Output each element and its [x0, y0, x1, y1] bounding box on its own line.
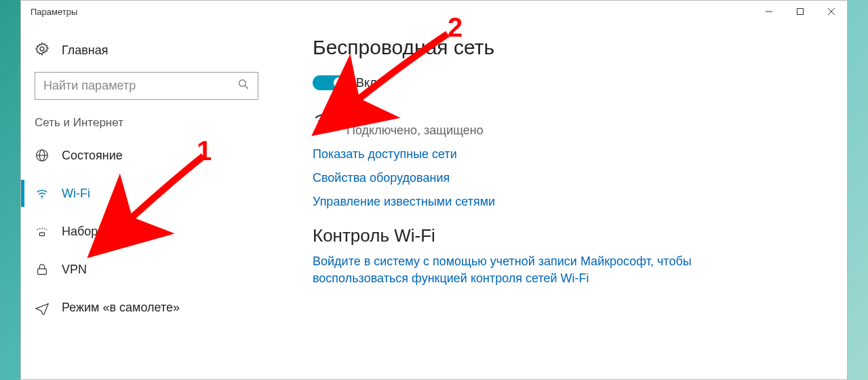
sidebar-item-label: VPN — [62, 263, 87, 277]
network-name: Ku-Ku — [347, 109, 484, 124]
toggle-label: Вкл. — [356, 76, 380, 90]
sidebar-item-status[interactable]: Состояние — [21, 136, 258, 174]
svg-rect-11 — [39, 233, 44, 236]
gear-icon — [35, 41, 50, 60]
search-icon — [237, 78, 250, 94]
link-show-networks[interactable]: Показать доступные сети — [313, 147, 820, 162]
close-button[interactable] — [816, 1, 847, 22]
toggle-knob — [334, 77, 344, 88]
search-placeholder: Найти параметр — [43, 79, 136, 93]
titlebar: Параметры — [21, 1, 847, 22]
minimize-button[interactable] — [753, 1, 785, 22]
sidebar-item-label: Режим «в самолете» — [62, 301, 180, 315]
wifi-icon — [35, 186, 50, 201]
svg-point-13 — [323, 126, 325, 128]
svg-point-10 — [41, 197, 43, 199]
home-button[interactable]: Главная — [35, 36, 258, 72]
section-text-wifi-sense[interactable]: Войдите в систему с помощью учетной запи… — [313, 253, 692, 287]
svg-rect-12 — [38, 269, 47, 274]
svg-point-4 — [40, 47, 44, 51]
airplane-icon — [35, 300, 50, 315]
main-panel: Беспроводная сеть Вкл. Ku-Ku Подключено,… — [272, 22, 847, 379]
svg-point-5 — [239, 80, 246, 87]
section-title-wifi-sense: Контроль Wi-Fi — [313, 225, 820, 246]
svg-line-6 — [245, 86, 248, 89]
nav-items: Состояние Wi-Fi — [21, 136, 258, 326]
page-title: Беспроводная сеть — [313, 36, 820, 59]
sidebar-item-wifi[interactable]: Wi-Fi — [21, 174, 258, 212]
link-manage-known[interactable]: Управление известными сетями — [313, 195, 820, 209]
wifi-toggle-row: Вкл. — [313, 75, 820, 90]
window-title: Параметры — [31, 7, 77, 17]
sidebar: Главная Найти параметр Сеть и Интернет — [21, 22, 272, 379]
connected-network[interactable]: Ku-Ku Подключено, защищено — [313, 109, 820, 138]
network-status: Подключено, защищено — [347, 124, 484, 138]
dialup-icon — [35, 224, 50, 239]
content-area: Главная Найти параметр Сеть и Интернет — [21, 22, 847, 379]
wifi-toggle[interactable] — [313, 75, 347, 90]
globe-icon — [35, 148, 50, 163]
category-label: Сеть и Интернет — [35, 116, 258, 130]
window-controls — [753, 1, 847, 22]
svg-rect-1 — [797, 9, 804, 15]
sidebar-item-airplane[interactable]: Режим «в самолете» — [21, 288, 258, 326]
sidebar-item-label: Набор номера — [62, 225, 144, 239]
vpn-icon — [35, 262, 50, 277]
sidebar-item-vpn[interactable]: VPN — [21, 250, 258, 288]
search-input[interactable]: Найти параметр — [35, 72, 258, 100]
home-label: Главная — [62, 43, 108, 58]
wifi-signal-icon — [313, 109, 336, 135]
sidebar-item-label: Состояние — [62, 149, 123, 163]
sidebar-item-label: Wi-Fi — [62, 187, 90, 201]
maximize-button[interactable] — [785, 1, 816, 22]
network-text: Ku-Ku Подключено, защищено — [347, 109, 484, 138]
settings-window: Параметры Главная — [20, 0, 848, 380]
sidebar-item-dialup[interactable]: Набор номера — [21, 212, 258, 250]
link-hardware-props[interactable]: Свойства оборудования — [313, 171, 820, 185]
